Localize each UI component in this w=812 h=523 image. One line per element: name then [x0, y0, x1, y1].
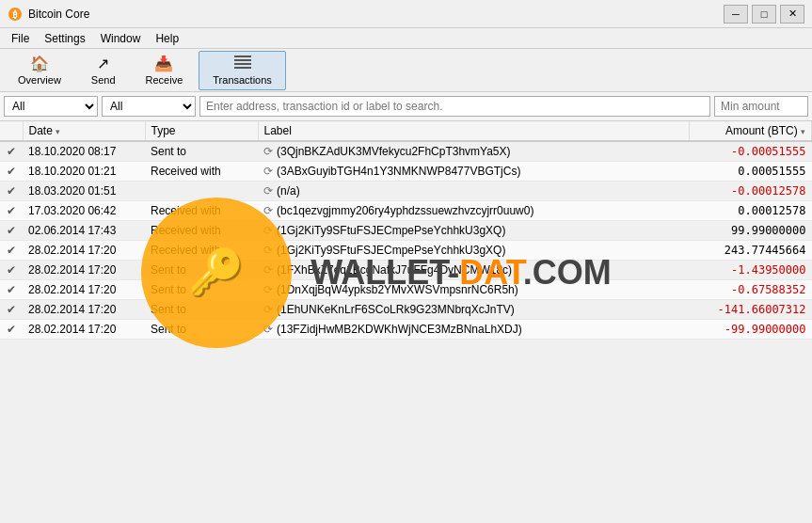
- close-button[interactable]: ✕: [780, 5, 804, 24]
- toolbar: 🏠 Overview ↗ Send 📥 Receive Transactions: [0, 49, 812, 92]
- row-date: 28.02.2014 17:20: [23, 300, 145, 320]
- row-label: ⟳(3QjnBKZAdUK3MVfekycu2FhCpT3hvmYa5X): [258, 141, 690, 162]
- label-icon: ⟳: [263, 323, 273, 336]
- row-check: ✔: [0, 182, 23, 201]
- col-type[interactable]: Type: [145, 121, 258, 141]
- svg-rect-4: [234, 63, 251, 65]
- table-row[interactable]: ✔ 02.06.2014 17:43 Received with ⟳(1Gj2K…: [0, 221, 812, 241]
- row-check: ✔: [0, 241, 23, 261]
- row-amount: -0.00051555: [690, 141, 812, 162]
- row-date: 28.02.2014 17:20: [23, 320, 145, 340]
- overview-button[interactable]: 🏠 Overview: [4, 50, 75, 90]
- row-date: 28.02.2014 17:20: [23, 241, 145, 261]
- min-amount-input[interactable]: [714, 96, 808, 117]
- col-label[interactable]: Label: [258, 121, 690, 141]
- row-date: 18.03.2020 01:51: [23, 182, 145, 201]
- type-filter[interactable]: All: [4, 96, 98, 117]
- col-status[interactable]: [0, 121, 23, 141]
- row-label: ⟳(1DnXqjBqW4ypksb2YMvXWSVmpsnrNC6R5h): [258, 280, 690, 300]
- row-label: ⟳(n/a): [258, 182, 690, 201]
- row-label: ⟳(1EhUNKeKnLrF6SCoLRk9G23MNbrqXcJnTV): [258, 300, 690, 320]
- row-check: ✔: [0, 162, 23, 182]
- table-row[interactable]: ✔ 18.10.2020 01:21 Received with ⟳(3ABxG…: [0, 162, 812, 182]
- row-check: ✔: [0, 201, 23, 221]
- row-label: ⟳(bc1qezvgjmmy206ry4yphdzssuewzhvzcyjrr0…: [258, 201, 690, 221]
- transactions-table-container[interactable]: Date ▾ Type Label Amount (BTC) ▾: [0, 121, 812, 523]
- table-row[interactable]: ✔ 28.02.2014 17:20 Sent to ⟳(1DnXqjBqW4y…: [0, 280, 812, 300]
- menu-settings[interactable]: Settings: [37, 30, 92, 47]
- app-icon: ₿: [8, 7, 23, 22]
- status-filter[interactable]: All: [102, 96, 196, 117]
- row-label: ⟳(1Gj2KiTy9SFtuFSJECmpePseYchhkU3gXQ): [258, 241, 690, 261]
- table-row[interactable]: ✔ 28.02.2014 17:20 Sent to ⟳(1EhUNKeKnLr…: [0, 300, 812, 320]
- label-icon: ⟳: [263, 263, 273, 277]
- table-row[interactable]: ✔ 18.03.2020 01:51 ⟳(n/a) -0.00012578: [0, 182, 812, 201]
- transactions-button[interactable]: Transactions: [199, 51, 286, 90]
- overview-icon: 🏠: [30, 55, 49, 72]
- row-amount: -0.67588352: [690, 280, 812, 300]
- row-type: Received with: [145, 201, 258, 221]
- window-title: Bitcoin Core: [28, 8, 724, 21]
- receive-icon: 📥: [154, 55, 173, 72]
- col-date[interactable]: Date ▾: [23, 121, 145, 141]
- label-icon: ⟳: [263, 224, 273, 237]
- content-area: Date ▾ Type Label Amount (BTC) ▾: [0, 121, 812, 523]
- filter-bar: All All: [0, 92, 812, 121]
- menu-help[interactable]: Help: [148, 30, 186, 47]
- row-amount: -141.66007312: [690, 300, 812, 320]
- row-date: 18.10.2020 01:21: [23, 162, 145, 182]
- row-check: ✔: [0, 280, 23, 300]
- svg-rect-3: [234, 59, 251, 61]
- table-row[interactable]: ✔ 28.02.2014 17:20 Received with ⟳(1Gj2K…: [0, 241, 812, 261]
- menu-window[interactable]: Window: [93, 30, 149, 47]
- row-date: 18.10.2020 08:17: [23, 141, 145, 162]
- row-check: ✔: [0, 300, 23, 320]
- send-button[interactable]: ↗ Send: [77, 50, 130, 90]
- row-amount: 99.99000000: [690, 221, 812, 241]
- label-icon: ⟳: [263, 165, 273, 178]
- row-type: Sent to: [145, 141, 258, 162]
- window-controls: ─ □ ✕: [724, 5, 804, 24]
- row-label: ⟳(13FZidjHwMB2KDWKhWjNCE3MzBNnaLhXDJ): [258, 320, 690, 340]
- label-icon: ⟳: [263, 303, 273, 316]
- row-type: Received with: [145, 241, 258, 261]
- row-date: 28.02.2014 17:20: [23, 280, 145, 300]
- table-row[interactable]: ✔ 28.02.2014 17:20 Sent to ⟳(13FZidjHwMB…: [0, 320, 812, 340]
- row-label: ⟳(3ABxGuyibTGH4n1Y3NMKNWP8477VBGTjCs): [258, 162, 690, 182]
- date-sort-icon: ▾: [56, 127, 60, 136]
- table-row[interactable]: ✔ 18.10.2020 08:17 Sent to ⟳(3QjnBKZAdUK…: [0, 141, 812, 162]
- overview-label: Overview: [18, 74, 61, 86]
- table-row[interactable]: ✔ 28.02.2014 17:20 Sent to ⟳(1FXhBxZ7eq1…: [0, 261, 812, 280]
- label-icon: ⟳: [263, 184, 273, 198]
- maximize-button[interactable]: □: [752, 5, 776, 24]
- minimize-button[interactable]: ─: [724, 5, 748, 24]
- send-label: Send: [91, 74, 116, 86]
- search-input[interactable]: [199, 96, 710, 117]
- transactions-table: Date ▾ Type Label Amount (BTC) ▾: [0, 121, 812, 340]
- transactions-icon: [234, 55, 251, 72]
- row-amount: -99.99000000: [690, 320, 812, 340]
- col-amount[interactable]: Amount (BTC) ▾: [690, 121, 812, 141]
- title-bar: ₿ Bitcoin Core ─ □ ✕: [0, 0, 812, 28]
- transactions-label: Transactions: [213, 74, 272, 86]
- row-amount: 0.00012578: [690, 201, 812, 221]
- row-amount: 243.77445664: [690, 241, 812, 261]
- row-date: 28.02.2014 17:20: [23, 261, 145, 280]
- label-icon: ⟳: [263, 283, 273, 296]
- row-type: Received with: [145, 221, 258, 241]
- row-amount: -0.00012578: [690, 182, 812, 201]
- table-row[interactable]: ✔ 17.03.2020 06:42 Received with ⟳(bc1qe…: [0, 201, 812, 221]
- menu-file[interactable]: File: [4, 30, 37, 47]
- row-check: ✔: [0, 221, 23, 241]
- receive-button[interactable]: 📥 Receive: [132, 50, 198, 90]
- row-label: ⟳(1Gj2KiTy9SFtuFSJECmpePseYchhkU3gXQ): [258, 221, 690, 241]
- amount-sort-icon: ▾: [801, 127, 805, 136]
- row-type: Sent to: [145, 320, 258, 340]
- row-type: [145, 182, 258, 201]
- row-check: ✔: [0, 141, 23, 162]
- row-check: ✔: [0, 320, 23, 340]
- label-icon: ⟳: [263, 244, 273, 257]
- row-type: Received with: [145, 162, 258, 182]
- row-type: Sent to: [145, 261, 258, 280]
- row-date: 02.06.2014 17:43: [23, 221, 145, 241]
